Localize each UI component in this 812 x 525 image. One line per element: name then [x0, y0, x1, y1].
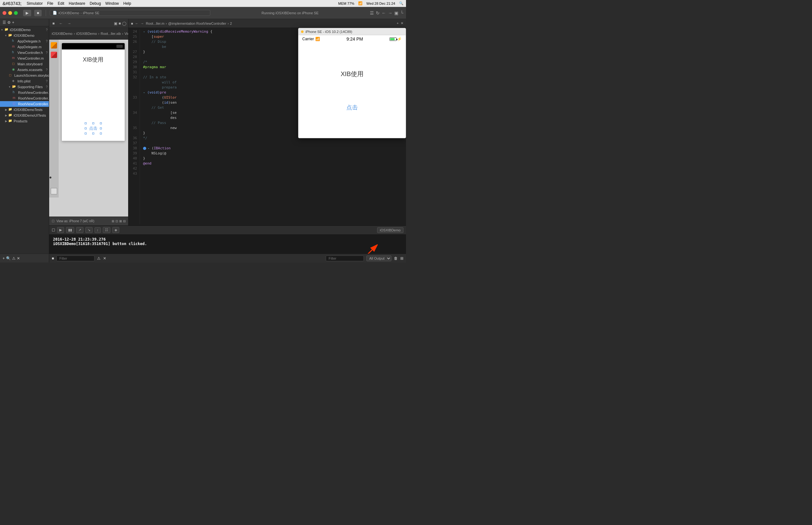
sidebar-item-uitests[interactable]: ▶ 📁 iOSXIBDemoUITests: [0, 112, 49, 118]
debug-step-in-btn[interactable]: ↘: [85, 227, 93, 233]
sidebar-item-info-plist[interactable]: ◈ Info.plist ?: [0, 78, 49, 84]
clear-output-btn[interactable]: 🗑: [394, 256, 398, 260]
ib-bc-xib[interactable]: Root...ller.xib: [101, 32, 121, 35]
ib-bc-demo[interactable]: iOSXIBDemo: [76, 32, 97, 35]
run-button[interactable]: ▶: [23, 10, 31, 16]
root-label: iOSXIBDemo: [10, 28, 30, 32]
menu-help[interactable]: Help: [123, 1, 131, 6]
sidebar-item-rootvc-m[interactable]: m RootViewController.m A: [0, 95, 49, 101]
ib-checkbox-icon: ☐: [52, 220, 55, 223]
folder-icon3: 📁: [8, 107, 13, 112]
ib-constraint-icon[interactable]: ⊡: [116, 220, 118, 223]
sim-click-button[interactable]: 点击: [346, 104, 358, 111]
close-button[interactable]: [2, 11, 6, 15]
rootvc-m-label: RootViewController.m: [18, 96, 49, 100]
bc-num[interactable]: 2: [230, 21, 232, 25]
ib-layout-btn[interactable]: ▣: [114, 21, 117, 26]
code-line-42: @end: [143, 161, 403, 166]
menu-bar: &#63743; Simulator File Edit Hardware De…: [0, 0, 406, 7]
menu-debug[interactable]: Debug: [90, 1, 101, 6]
ib-button-label[interactable]: 点击: [89, 125, 98, 131]
code-nav-forward[interactable]: →: [141, 21, 144, 25]
sidebar-nav-icon[interactable]: ☰: [2, 20, 6, 25]
menu-file[interactable]: File: [47, 1, 53, 6]
add-file-button[interactable]: +: [2, 256, 5, 260]
ib-grid-icon[interactable]: ⊞: [112, 220, 114, 223]
stop-button[interactable]: ■: [34, 10, 42, 16]
filter-right-input[interactable]: [326, 256, 364, 261]
ib-bc-project[interactable]: iOSXIBDemo: [52, 32, 72, 35]
rootvc-h-label: RootViewController.h: [18, 91, 49, 94]
sidebar-item-tests[interactable]: ▶ 📁 iOSXIBDemoTests: [0, 107, 49, 112]
sidebar-item-products[interactable]: ▶ 📁 Products: [0, 118, 49, 124]
back-icon[interactable]: ←: [382, 11, 386, 16]
bc-file[interactable]: Root...ller.m: [146, 21, 165, 25]
sidebar-item-supporting-files[interactable]: ▾ 📂 Supporting Files ?: [0, 84, 49, 90]
ib-resize-icon[interactable]: ⊠: [119, 220, 122, 223]
sidebar-item-root[interactable]: ▾ 📁 iOSXIBDemo ?: [0, 27, 49, 33]
minimize-button[interactable]: [8, 11, 12, 15]
split-view-btn[interactable]: ⊞: [400, 256, 403, 260]
sidebar-item-viewcontroller-m[interactable]: m ViewController.m: [0, 56, 49, 61]
dot-indicator: [49, 177, 51, 179]
ib-nav-prev[interactable]: ■: [51, 20, 56, 26]
ib-nav-back[interactable]: ←: [58, 20, 64, 26]
debug-err-icon: ✕: [103, 256, 106, 260]
editor-main: ■ ← → ▣ ■ ◯ iOSXIBDemo › iOSXIBDemo ›: [49, 19, 406, 225]
bc-impl[interactable]: @implementation RootViewController: [168, 21, 226, 25]
sidebar-item-main-storyboard[interactable]: ◻ Main.storyboard: [0, 61, 49, 67]
debug-pause-btn[interactable]: ▮▮: [66, 227, 74, 233]
cube-3d-icon: [51, 42, 57, 48]
debug-line-2: iOSXIBDemo[31618:3516701] button clicked…: [53, 242, 402, 246]
ib-align-icon[interactable]: ⊟: [123, 220, 126, 223]
sidebar-item-launchscreen[interactable]: ◻ LaunchScreen.storyboard: [0, 73, 49, 78]
sidebar-item-rootvc-xib[interactable]: ◻ RootViewController.xib A: [0, 101, 49, 107]
nav-icon[interactable]: ☰: [370, 11, 374, 16]
menu-window[interactable]: Window: [105, 1, 119, 6]
menu-hardware[interactable]: Hardware: [69, 1, 85, 6]
menu-simulator[interactable]: Simulator: [27, 1, 43, 6]
storyboard-icon: ◻: [12, 62, 16, 66]
jump-icon[interactable]: ↻: [376, 11, 380, 16]
sidebar-item-rootvc-h[interactable]: h RootViewController.h A: [0, 90, 49, 95]
output-select[interactable]: All Output: [366, 256, 392, 261]
hide-panel-icon[interactable]: └: [400, 11, 403, 16]
sidebar-add-icon[interactable]: +: [12, 20, 14, 25]
sidebar-item-group[interactable]: ▾ 📂 iOSXIBDemo: [0, 33, 49, 39]
search-icon[interactable]: 🔍: [399, 1, 403, 5]
menu-edit[interactable]: Edit: [58, 1, 64, 6]
sidebar-item-assets[interactable]: ◉ Assets.xcassets ?: [0, 67, 49, 73]
simulator-popup: iPhone SE - iOS 10.2 (14C89) Carrier 📶 9…: [298, 28, 406, 138]
sidebar-item-appdelegate-h[interactable]: h AppDelegate.h ?: [0, 39, 49, 44]
ib-grid-btn[interactable]: ◯: [122, 21, 126, 26]
ib-zoom-btn[interactable]: ■: [119, 21, 121, 26]
debug-step-out-btn[interactable]: ↑: [94, 227, 101, 233]
sidebar-item-appdelegate-m[interactable]: m AppDelegate.m: [0, 44, 49, 50]
code-line-40: NSLog(@: [143, 151, 403, 156]
add-editor-button[interactable]: +: [397, 21, 399, 25]
code-nav-back2[interactable]: ←: [135, 21, 138, 25]
sidebar-bottom-filter[interactable]: 🔍: [6, 256, 11, 260]
sidebar-filter-icon[interactable]: ⚙: [7, 20, 11, 25]
sidebar-item-viewcontroller-h[interactable]: h ViewController.h ?: [0, 50, 49, 56]
layout-icon[interactable]: ▣: [394, 11, 398, 16]
scheme-bar: 📄 iOSXIBDemo › iPhone SE: [50, 10, 210, 16]
debug-stack-btn[interactable]: ☷: [103, 227, 110, 233]
filter-input[interactable]: [57, 256, 94, 261]
datetime: Wed 28 Dec 21:24: [366, 2, 395, 5]
debug-continue-btn[interactable]: ▶: [57, 227, 64, 233]
close-editor-button[interactable]: ✕: [401, 21, 403, 25]
debug-target: iOSXIBDemo: [377, 227, 403, 233]
ib-bc-view[interactable]: View: [124, 32, 129, 35]
storyboard-icon2: ◻: [9, 73, 13, 78]
debug-location-btn[interactable]: ◈: [112, 227, 119, 233]
forward-icon[interactable]: →: [388, 11, 393, 16]
code-nav-back[interactable]: ■: [131, 21, 133, 25]
apple-menu[interactable]: &#63743;: [2, 1, 21, 6]
iphone-content: XIB使用: [62, 49, 125, 141]
debug-step-over-btn[interactable]: ↗: [76, 227, 84, 233]
maximize-button[interactable]: [14, 11, 18, 15]
debug-bottom-icon[interactable]: ■: [52, 256, 54, 260]
debug-bottom: ■ ⚠ ✕ All Output 🗑 ⊞: [49, 254, 406, 262]
ib-nav-forward[interactable]: →: [66, 20, 72, 26]
